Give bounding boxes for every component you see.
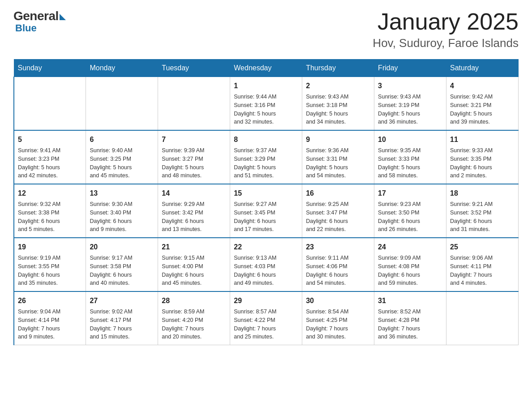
day-number: 22 xyxy=(234,242,298,253)
calendar-cell: 18Sunrise: 9:21 AM Sunset: 3:52 PM Dayli… xyxy=(446,184,519,238)
calendar-cell xyxy=(158,77,230,131)
day-number: 12 xyxy=(18,188,82,199)
calendar-cell: 15Sunrise: 9:27 AM Sunset: 3:45 PM Dayli… xyxy=(230,184,302,238)
day-info: Sunrise: 9:33 AM Sunset: 3:35 PM Dayligh… xyxy=(450,146,515,180)
calendar-cell: 23Sunrise: 9:11 AM Sunset: 4:06 PM Dayli… xyxy=(302,238,374,291)
day-info: Sunrise: 9:37 AM Sunset: 3:29 PM Dayligh… xyxy=(234,146,298,180)
day-info: Sunrise: 9:42 AM Sunset: 3:21 PM Dayligh… xyxy=(450,93,515,126)
day-number: 28 xyxy=(162,295,226,306)
day-info: Sunrise: 9:13 AM Sunset: 4:03 PM Dayligh… xyxy=(234,254,298,287)
day-number: 9 xyxy=(306,134,370,145)
day-number: 29 xyxy=(234,295,298,306)
day-number: 15 xyxy=(234,188,298,199)
day-number: 6 xyxy=(90,134,154,145)
day-number: 16 xyxy=(306,188,370,199)
calendar-cell: 2Sunrise: 9:43 AM Sunset: 3:18 PM Daylig… xyxy=(302,77,374,131)
calendar-cell: 29Sunrise: 8:57 AM Sunset: 4:22 PM Dayli… xyxy=(230,291,302,345)
day-number: 21 xyxy=(162,242,226,253)
calendar-cell: 8Sunrise: 9:37 AM Sunset: 3:29 PM Daylig… xyxy=(230,130,302,184)
day-number: 14 xyxy=(162,188,226,199)
calendar-cell: 27Sunrise: 9:02 AM Sunset: 4:17 PM Dayli… xyxy=(86,291,158,345)
page-subtitle: Hov, Suduroy, Faroe Islands xyxy=(373,36,519,50)
day-number: 3 xyxy=(378,81,442,91)
calendar-cell: 9Sunrise: 9:36 AM Sunset: 3:31 PM Daylig… xyxy=(302,130,374,184)
calendar-cell: 12Sunrise: 9:32 AM Sunset: 3:38 PM Dayli… xyxy=(14,184,86,238)
day-info: Sunrise: 9:32 AM Sunset: 3:38 PM Dayligh… xyxy=(18,200,82,234)
calendar-weekday-thursday: Thursday xyxy=(302,60,374,77)
calendar-cell: 19Sunrise: 9:19 AM Sunset: 3:55 PM Dayli… xyxy=(14,238,86,291)
logo: General Blue xyxy=(13,9,66,34)
day-info: Sunrise: 8:57 AM Sunset: 4:22 PM Dayligh… xyxy=(234,308,298,341)
calendar-cell: 24Sunrise: 9:09 AM Sunset: 4:08 PM Dayli… xyxy=(374,238,446,291)
calendar-header-row: SundayMondayTuesdayWednesdayThursdayFrid… xyxy=(14,60,519,77)
day-number: 13 xyxy=(90,188,154,199)
page-header: General Blue January 2025 Hov, Suduroy, … xyxy=(13,9,519,50)
day-number: 2 xyxy=(306,81,370,91)
calendar-week-row: 19Sunrise: 9:19 AM Sunset: 3:55 PM Dayli… xyxy=(14,238,519,291)
day-number: 10 xyxy=(378,134,442,145)
day-number: 19 xyxy=(18,242,82,253)
day-number: 8 xyxy=(234,134,298,145)
calendar-cell: 26Sunrise: 9:04 AM Sunset: 4:14 PM Dayli… xyxy=(14,291,86,345)
calendar-cell: 30Sunrise: 8:54 AM Sunset: 4:25 PM Dayli… xyxy=(302,291,374,345)
day-number: 24 xyxy=(378,242,442,253)
day-info: Sunrise: 9:36 AM Sunset: 3:31 PM Dayligh… xyxy=(306,146,370,180)
page-title: January 2025 xyxy=(373,9,519,34)
calendar-cell: 17Sunrise: 9:23 AM Sunset: 3:50 PM Dayli… xyxy=(374,184,446,238)
day-info: Sunrise: 9:02 AM Sunset: 4:17 PM Dayligh… xyxy=(90,308,154,341)
day-number: 27 xyxy=(90,295,154,306)
day-number: 4 xyxy=(450,81,515,91)
day-number: 17 xyxy=(378,188,442,199)
day-info: Sunrise: 9:19 AM Sunset: 3:55 PM Dayligh… xyxy=(18,254,82,287)
day-info: Sunrise: 8:59 AM Sunset: 4:20 PM Dayligh… xyxy=(162,308,226,341)
calendar-cell: 13Sunrise: 9:30 AM Sunset: 3:40 PM Dayli… xyxy=(86,184,158,238)
day-info: Sunrise: 9:30 AM Sunset: 3:40 PM Dayligh… xyxy=(90,200,154,234)
day-number: 18 xyxy=(450,188,515,199)
calendar-cell: 5Sunrise: 9:41 AM Sunset: 3:23 PM Daylig… xyxy=(14,130,86,184)
calendar-cell xyxy=(86,77,158,131)
calendar-cell: 20Sunrise: 9:17 AM Sunset: 3:58 PM Dayli… xyxy=(86,238,158,291)
calendar-cell: 31Sunrise: 8:52 AM Sunset: 4:28 PM Dayli… xyxy=(374,291,446,345)
day-info: Sunrise: 9:43 AM Sunset: 3:18 PM Dayligh… xyxy=(306,93,370,126)
day-number: 20 xyxy=(90,242,154,253)
day-number: 26 xyxy=(18,295,82,306)
calendar-weekday-tuesday: Tuesday xyxy=(158,60,230,77)
day-info: Sunrise: 9:15 AM Sunset: 4:00 PM Dayligh… xyxy=(162,254,226,287)
day-info: Sunrise: 9:29 AM Sunset: 3:42 PM Dayligh… xyxy=(162,200,226,234)
day-info: Sunrise: 9:40 AM Sunset: 3:25 PM Dayligh… xyxy=(90,146,154,180)
day-info: Sunrise: 9:25 AM Sunset: 3:47 PM Dayligh… xyxy=(306,200,370,234)
calendar-cell: 22Sunrise: 9:13 AM Sunset: 4:03 PM Dayli… xyxy=(230,238,302,291)
day-info: Sunrise: 9:06 AM Sunset: 4:11 PM Dayligh… xyxy=(450,254,515,287)
day-number: 1 xyxy=(234,81,298,91)
day-info: Sunrise: 9:11 AM Sunset: 4:06 PM Dayligh… xyxy=(306,254,370,287)
day-info: Sunrise: 9:21 AM Sunset: 3:52 PM Dayligh… xyxy=(450,200,515,234)
day-number: 5 xyxy=(18,134,82,145)
day-info: Sunrise: 9:17 AM Sunset: 3:58 PM Dayligh… xyxy=(90,254,154,287)
calendar-cell: 25Sunrise: 9:06 AM Sunset: 4:11 PM Dayli… xyxy=(446,238,519,291)
day-info: Sunrise: 9:35 AM Sunset: 3:33 PM Dayligh… xyxy=(378,146,442,180)
title-block: January 2025 Hov, Suduroy, Faroe Islands xyxy=(373,9,519,50)
calendar-cell: 10Sunrise: 9:35 AM Sunset: 3:33 PM Dayli… xyxy=(374,130,446,184)
calendar-week-row: 12Sunrise: 9:32 AM Sunset: 3:38 PM Dayli… xyxy=(14,184,519,238)
day-info: Sunrise: 8:52 AM Sunset: 4:28 PM Dayligh… xyxy=(378,308,442,341)
calendar-cell: 7Sunrise: 9:39 AM Sunset: 3:27 PM Daylig… xyxy=(158,130,230,184)
day-number: 30 xyxy=(306,295,370,306)
day-info: Sunrise: 9:41 AM Sunset: 3:23 PM Dayligh… xyxy=(18,146,82,180)
logo-blue-text: Blue xyxy=(15,22,37,34)
calendar-weekday-saturday: Saturday xyxy=(446,60,519,77)
day-info: Sunrise: 9:39 AM Sunset: 3:27 PM Dayligh… xyxy=(162,146,226,180)
calendar-cell: 3Sunrise: 9:43 AM Sunset: 3:19 PM Daylig… xyxy=(374,77,446,131)
calendar-weekday-wednesday: Wednesday xyxy=(230,60,302,77)
day-info: Sunrise: 9:44 AM Sunset: 3:16 PM Dayligh… xyxy=(234,93,298,126)
calendar-table: SundayMondayTuesdayWednesdayThursdayFrid… xyxy=(13,59,519,345)
logo-triangle-icon xyxy=(60,14,66,20)
day-number: 7 xyxy=(162,134,226,145)
day-number: 25 xyxy=(450,242,515,253)
day-info: Sunrise: 9:23 AM Sunset: 3:50 PM Dayligh… xyxy=(378,200,442,234)
calendar-cell: 1Sunrise: 9:44 AM Sunset: 3:16 PM Daylig… xyxy=(230,77,302,131)
calendar-week-row: 1Sunrise: 9:44 AM Sunset: 3:16 PM Daylig… xyxy=(14,77,519,131)
day-info: Sunrise: 9:27 AM Sunset: 3:45 PM Dayligh… xyxy=(234,200,298,234)
calendar-cell: 4Sunrise: 9:42 AM Sunset: 3:21 PM Daylig… xyxy=(446,77,519,131)
logo-general-text: General xyxy=(13,9,59,23)
calendar-cell xyxy=(446,291,519,345)
